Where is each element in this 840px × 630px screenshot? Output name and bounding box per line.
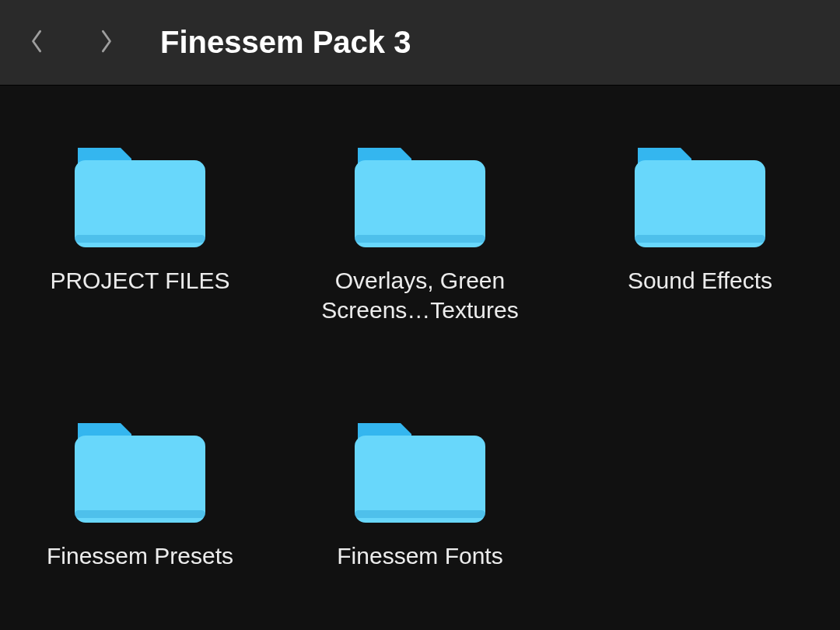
nav-forward-button[interactable] <box>90 27 121 58</box>
svg-rect-3 <box>355 235 485 243</box>
svg-rect-8 <box>355 436 485 523</box>
folder-icon <box>62 408 218 532</box>
folder-label: Finessem Presets <box>47 541 233 571</box>
svg-rect-1 <box>75 235 205 243</box>
svg-rect-0 <box>75 160 205 247</box>
folder-item-presets[interactable]: Finessem Presets <box>16 408 264 571</box>
svg-rect-9 <box>355 510 485 518</box>
chevron-right-icon <box>97 27 114 58</box>
folder-item-project-files[interactable]: PROJECT FILES <box>16 132 264 296</box>
folder-icon <box>622 132 778 257</box>
folder-item-overlays[interactable]: Overlays, Green Screens…Textures <box>296 132 544 324</box>
folder-icon <box>62 132 218 257</box>
folder-label: Sound Effects <box>628 266 772 296</box>
folder-label: Overlays, Green Screens…Textures <box>296 266 544 324</box>
svg-rect-6 <box>75 436 205 523</box>
folder-grid: PROJECT FILES Overlays, Green Screens…Te… <box>0 86 840 630</box>
folder-item-sound-effects[interactable]: Sound Effects <box>576 132 824 296</box>
toolbar: Finessem Pack 3 <box>0 0 840 86</box>
chevron-left-icon <box>29 27 46 58</box>
folder-label: PROJECT FILES <box>50 266 229 296</box>
svg-rect-7 <box>75 510 205 518</box>
folder-icon <box>342 132 498 257</box>
folder-icon <box>342 408 498 532</box>
location-title: Finessem Pack 3 <box>160 25 411 60</box>
folder-item-fonts[interactable]: Finessem Fonts <box>296 408 544 571</box>
svg-rect-4 <box>635 160 765 247</box>
nav-back-button[interactable] <box>22 27 53 58</box>
folder-label: Finessem Fonts <box>337 541 502 571</box>
svg-rect-2 <box>355 160 485 247</box>
svg-rect-5 <box>635 235 765 243</box>
